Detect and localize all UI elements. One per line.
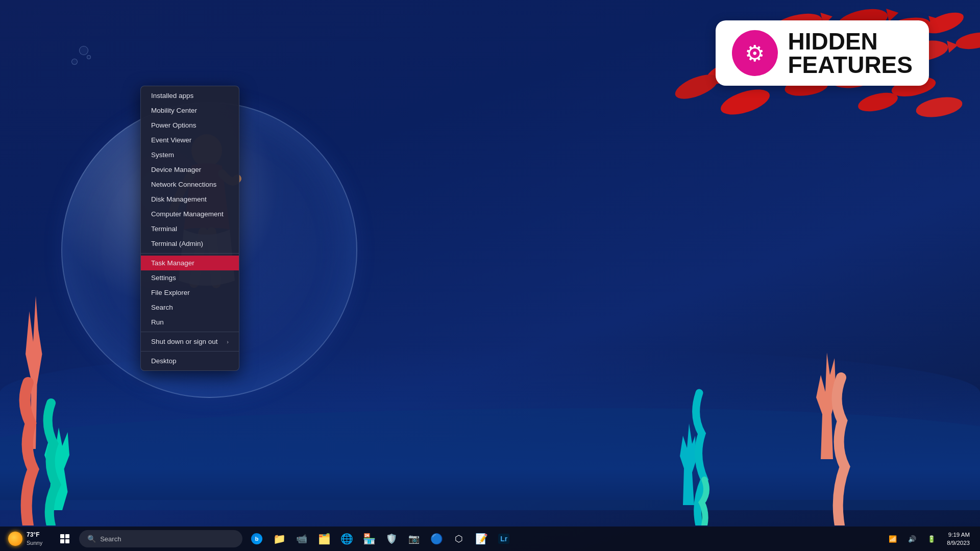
menu-item-label-terminal-admin: Terminal (Admin) — [151, 240, 203, 247]
menu-item-label-desktop: Desktop — [151, 357, 177, 365]
menu-item-label-terminal: Terminal — [151, 225, 177, 233]
chrome-browser-icon: 🔵 — [430, 533, 443, 545]
bubble — [87, 55, 91, 59]
windows-logo — [60, 534, 69, 543]
lr-app-icon: Lr — [498, 534, 509, 544]
search-icon: 🔍 — [87, 535, 96, 543]
menu-item-label-installed-apps: Installed apps — [151, 92, 193, 99]
weather-widget[interactable]: 73°F Sunny — [0, 531, 51, 546]
menu-item-label-network-connections: Network Connections — [151, 181, 216, 188]
shop-icon: 🏪 — [363, 533, 376, 545]
system-tray: 📶 🔊 🔋 9:19 AM 8/9/2023 — [885, 531, 980, 547]
lr-icon[interactable]: Lr — [494, 529, 514, 549]
teams-icon[interactable]: 📹 — [291, 529, 312, 549]
taskbar-search-bar[interactable]: 🔍 Search — [79, 530, 242, 547]
hidden-features-badge: ⚙ HIDDEN FEATURES — [716, 20, 929, 86]
menu-item-terminal-admin[interactable]: Terminal (Admin) — [141, 236, 239, 251]
video-icon: 📹 — [296, 533, 307, 544]
context-menu: Installed appsMobility CenterPower Optio… — [140, 86, 239, 371]
file-manager-icon[interactable]: 🗂️ — [314, 529, 334, 549]
menu-item-label-disk-management: Disk Management — [151, 195, 207, 203]
hidden-features-text: HIDDEN FEATURES — [788, 30, 913, 77]
menu-item-mobility-center[interactable]: Mobility Center — [141, 103, 239, 118]
weather-temperature: 73°F — [27, 531, 42, 539]
folder-icon: 📁 — [273, 533, 286, 545]
edge-icon[interactable]: 🌐 — [336, 529, 357, 549]
security-icon[interactable]: 🛡️ — [381, 529, 402, 549]
taskbar: 73°F Sunny 🔍 Search b 📁 📹 🗂️ � — [0, 527, 980, 551]
menu-item-settings[interactable]: Settings — [141, 270, 239, 285]
menu-item-device-manager[interactable]: Device Manager — [141, 162, 239, 177]
menu-item-arrow-shut-down: › — [227, 339, 229, 345]
hidden-label: HIDDEN — [788, 30, 913, 53]
clock-date: 8/9/2023 — [947, 539, 970, 547]
menu-item-network-connections[interactable]: Network Connections — [141, 177, 239, 192]
menu-item-desktop[interactable]: Desktop — [141, 354, 239, 368]
menu-item-label-task-manager: Task Manager — [151, 259, 194, 267]
bing-logo: b — [251, 533, 262, 544]
menu-item-label-mobility-center: Mobility Center — [151, 107, 197, 114]
menu-item-file-explorer[interactable]: File Explorer — [141, 285, 239, 300]
file-explorer-icon[interactable]: 📁 — [269, 529, 289, 549]
notes-icon[interactable]: 📝 — [471, 529, 492, 549]
tray-icon-1[interactable]: 📶 — [885, 531, 901, 547]
weather-condition: Sunny — [27, 539, 42, 546]
menu-divider — [141, 351, 239, 352]
volume-icon: 🔊 — [908, 535, 916, 543]
chrome-icon[interactable]: 🔵 — [426, 529, 447, 549]
note-icon: 📝 — [475, 533, 488, 545]
menu-item-search[interactable]: Search — [141, 300, 239, 315]
menu-item-computer-management[interactable]: Computer Management — [141, 207, 239, 221]
desktop: ⚙ HIDDEN FEATURES Installed appsMobility… — [0, 0, 980, 551]
dots-icon: ⬡ — [455, 533, 463, 544]
svg-point-17 — [954, 30, 980, 52]
menu-item-system[interactable]: System — [141, 147, 239, 162]
bing-icon[interactable]: b — [247, 529, 267, 549]
network-icon: 📶 — [889, 535, 897, 543]
battery-icon: 🔋 — [927, 535, 936, 543]
store-icon[interactable]: 🏪 — [359, 529, 379, 549]
menu-item-terminal[interactable]: Terminal — [141, 221, 239, 236]
start-button[interactable] — [53, 527, 77, 551]
lightroom-icon[interactable]: 📷 — [404, 529, 424, 549]
bubble — [71, 59, 78, 65]
menu-item-task-manager[interactable]: Task Manager — [141, 256, 239, 270]
clock-time: 9:19 AM — [948, 531, 970, 539]
menu-item-run[interactable]: Run — [141, 315, 239, 330]
tray-icon-2[interactable]: 🔊 — [904, 531, 920, 547]
browser-icon: 🌐 — [340, 533, 353, 545]
weather-icon — [8, 532, 22, 546]
menu-item-label-file-explorer: File Explorer — [151, 289, 190, 296]
menu-item-power-options[interactable]: Power Options — [141, 118, 239, 133]
menu-item-label-shut-down: Shut down or sign out — [151, 338, 218, 345]
photo-icon: 📷 — [408, 533, 420, 544]
menu-item-disk-management[interactable]: Disk Management — [141, 192, 239, 207]
menu-item-label-computer-management: Computer Management — [151, 210, 224, 218]
gear-badge-icon: ⚙ — [732, 30, 778, 76]
menu-item-shut-down[interactable]: Shut down or sign out› — [141, 334, 239, 349]
svg-point-21 — [915, 94, 964, 120]
shield-icon: 🛡️ — [386, 533, 397, 544]
menu-item-event-viewer[interactable]: Event Viewer — [141, 133, 239, 147]
menu-item-label-run: Run — [151, 318, 164, 326]
seaweed — [0, 372, 980, 525]
taskbar-search-label: Search — [100, 535, 121, 543]
bubble — [79, 46, 88, 55]
menu-item-label-settings: Settings — [151, 274, 176, 282]
menu-divider — [141, 253, 239, 254]
svg-marker-3 — [886, 6, 900, 21]
menu-divider — [141, 332, 239, 332]
tray-icon-3[interactable]: 🔋 — [923, 531, 940, 547]
system-clock[interactable]: 9:19 AM 8/9/2023 — [943, 531, 974, 547]
multi-icon[interactable]: ⬡ — [449, 529, 469, 549]
menu-item-installed-apps[interactable]: Installed apps — [141, 88, 239, 103]
menu-item-label-event-viewer: Event Viewer — [151, 136, 191, 144]
features-label: FEATURES — [788, 53, 913, 77]
menu-item-label-device-manager: Device Manager — [151, 166, 201, 173]
svg-point-22 — [718, 85, 772, 120]
taskbar-icons: b 📁 📹 🗂️ 🌐 🏪 🛡️ 📷 🔵 — [247, 529, 514, 549]
gear-icon: ⚙ — [745, 40, 765, 66]
menu-item-label-search: Search — [151, 304, 173, 311]
weather-text: 73°F Sunny — [27, 531, 42, 546]
menu-item-label-system: System — [151, 151, 174, 159]
